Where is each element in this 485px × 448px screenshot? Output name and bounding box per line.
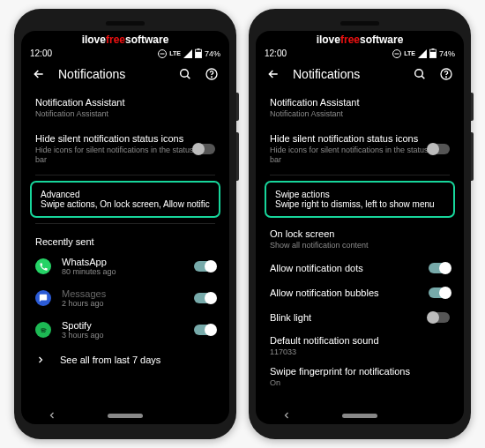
- app-time: 3 hours ago: [62, 331, 183, 340]
- whatsapp-icon: [35, 258, 51, 274]
- battery-pct: 74%: [439, 49, 455, 58]
- section-recently-sent: Recently sent: [21, 228, 229, 250]
- row-label: Advanced: [41, 190, 210, 199]
- nav-back-icon[interactable]: [281, 410, 292, 421]
- phone-left: ilovefreesoftware 12:00 LTE 74% Notifica…: [14, 9, 236, 439]
- app-time: 2 hours ago: [62, 299, 183, 308]
- battery-icon: [195, 49, 202, 58]
- status-bar: 12:00 LTE 74%: [256, 47, 464, 60]
- divider: [35, 175, 215, 175]
- phone-right: ilovefreesoftware 12:00 LTE 74% Notifica…: [249, 9, 471, 439]
- row-advanced[interactable]: Advanced Swipe actions, On lock screen, …: [30, 181, 220, 218]
- page-title: Notifications: [58, 67, 166, 81]
- svg-rect-4: [195, 52, 201, 58]
- nav-home-pill[interactable]: [108, 414, 143, 418]
- app-bar: Notifications: [21, 60, 229, 90]
- row-label: Allow notification dots: [270, 263, 429, 273]
- svg-point-15: [415, 70, 423, 78]
- lte-label: LTE: [169, 50, 181, 56]
- chevron-right-icon: [35, 355, 46, 365]
- app-name: WhatsApp: [62, 257, 183, 267]
- svg-rect-14: [429, 52, 436, 58]
- clock: 12:00: [265, 49, 287, 58]
- row-sub: Notification Assistant: [270, 109, 450, 119]
- svg-line-16: [422, 76, 424, 78]
- divider: [270, 175, 450, 175]
- status-bar: 12:00 LTE 74%: [21, 47, 229, 60]
- row-sub: Notification Assistant: [35, 109, 215, 119]
- dnd-icon: [392, 49, 401, 58]
- row-sub: Swipe right to dismiss, left to show men…: [275, 199, 444, 209]
- nav-back-icon[interactable]: [47, 410, 57, 421]
- help-icon[interactable]: [439, 67, 453, 81]
- row-hide-silent[interactable]: Hide silent notification status icons Hi…: [21, 126, 229, 172]
- side-button: [471, 93, 474, 121]
- row-label: Swipe fingerprint for notifications: [270, 366, 450, 377]
- row-allow-dots[interactable]: Allow notification dots: [256, 256, 464, 280]
- toggle-app[interactable]: [194, 261, 215, 272]
- battery-pct: 74%: [205, 49, 220, 58]
- toggle-app[interactable]: [194, 325, 215, 335]
- row-swipe-fingerprint[interactable]: Swipe fingerprint for notifications On: [256, 362, 464, 390]
- app-bar: Notifications: [256, 60, 464, 90]
- row-label: Notification Assistant: [35, 97, 215, 108]
- row-sub: Hide icons for silent notifications in t…: [270, 146, 429, 165]
- app-row-spotify[interactable]: Spotify 3 hours ago: [21, 314, 229, 346]
- app-name: Messages: [62, 288, 183, 299]
- row-sub: Show all notification content: [270, 241, 450, 250]
- row-on-lock-screen[interactable]: On lock screen Show all notification con…: [256, 223, 464, 256]
- app-row-whatsapp[interactable]: WhatsApp 80 minutes ago: [21, 250, 229, 282]
- help-icon[interactable]: [205, 67, 219, 81]
- signal-icon: [418, 49, 427, 58]
- row-notification-assistant[interactable]: Notification Assistant Notification Assi…: [21, 90, 229, 126]
- toggle-blink[interactable]: [429, 312, 450, 323]
- screen: ilovefreesoftware 12:00 LTE 74% Notifica…: [256, 31, 464, 424]
- toggle-dots[interactable]: [429, 263, 450, 273]
- row-see-all[interactable]: See all from last 7 days: [21, 346, 229, 374]
- svg-point-18: [446, 77, 447, 78]
- battery-icon: [429, 49, 436, 58]
- speaker: [340, 21, 379, 26]
- side-button: [471, 132, 474, 181]
- row-sub: 117033: [270, 347, 450, 357]
- app-name: Spotify: [62, 320, 183, 331]
- row-blink-light[interactable]: Blink light: [256, 305, 464, 330]
- row-swipe-actions[interactable]: Swipe actions Swipe right to dismiss, le…: [265, 181, 455, 218]
- toggle-hide-silent[interactable]: [194, 144, 215, 154]
- row-label: Blink light: [270, 312, 429, 323]
- row-label: On lock screen: [270, 228, 450, 239]
- row-label: Notification Assistant: [270, 97, 450, 108]
- nav-home-pill[interactable]: [342, 414, 377, 418]
- row-label: Hide silent notification status icons: [270, 133, 429, 144]
- side-button: [236, 132, 239, 181]
- svg-point-8: [212, 77, 213, 78]
- svg-line-6: [187, 76, 190, 78]
- search-icon[interactable]: [178, 67, 192, 81]
- row-label: Swipe actions: [275, 190, 444, 199]
- row-sub: Hide icons for silent notifications in t…: [35, 146, 194, 165]
- messages-icon: [35, 290, 51, 306]
- speaker: [106, 21, 145, 26]
- row-notification-assistant[interactable]: Notification Assistant Notification Assi…: [256, 90, 464, 126]
- toggle-hide-silent[interactable]: [429, 144, 450, 154]
- signal-icon: [183, 49, 192, 58]
- watermark: ilovefreesoftware: [21, 31, 229, 47]
- nav-bar: [256, 405, 464, 424]
- see-all-label: See all from last 7 days: [60, 355, 160, 365]
- back-icon[interactable]: [266, 67, 280, 81]
- row-allow-bubbles[interactable]: Allow notification bubbles: [256, 280, 464, 305]
- app-time: 80 minutes ago: [62, 267, 183, 276]
- back-icon[interactable]: [32, 67, 46, 81]
- dnd-icon: [158, 49, 167, 58]
- watermark: ilovefreesoftware: [256, 31, 464, 47]
- row-default-sound[interactable]: Default notification sound 117033: [256, 330, 464, 362]
- toggle-app[interactable]: [194, 293, 215, 303]
- toggle-bubbles[interactable]: [429, 287, 450, 298]
- row-hide-silent[interactable]: Hide silent notification status icons Hi…: [256, 126, 464, 172]
- app-row-messages[interactable]: Messages 2 hours ago: [21, 282, 229, 314]
- search-icon[interactable]: [413, 67, 427, 81]
- row-label: Allow notification bubbles: [270, 287, 429, 298]
- row-sub: Swipe actions, On lock screen, Allow not…: [41, 199, 210, 209]
- side-button: [236, 93, 239, 121]
- svg-point-5: [181, 70, 189, 78]
